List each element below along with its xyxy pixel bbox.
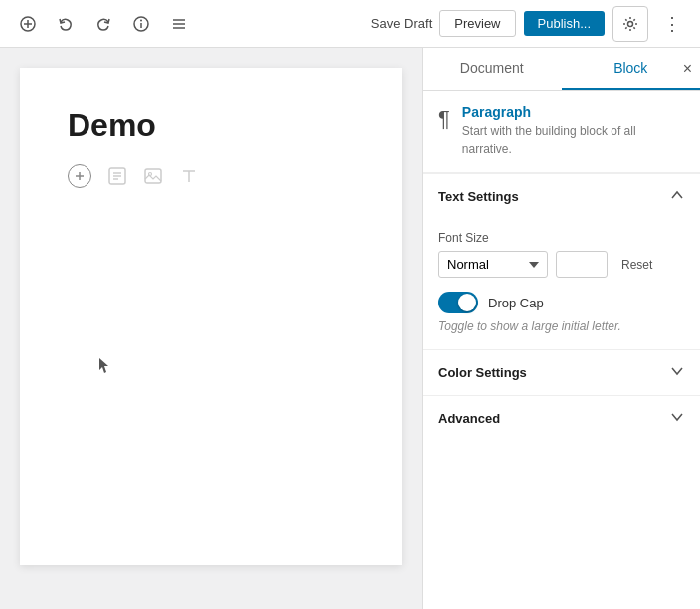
- advanced-label: Advanced: [438, 411, 500, 426]
- menu-button[interactable]: [163, 8, 195, 40]
- toolbar: Save Draft Preview Publish... ⋮: [0, 0, 700, 48]
- paragraph-toolbar-icon: [107, 166, 127, 186]
- redo-icon: [95, 16, 111, 32]
- drop-cap-label: Drop Cap: [488, 296, 544, 310]
- redo-button[interactable]: [88, 8, 119, 40]
- reset-font-size-button[interactable]: Reset: [615, 254, 658, 276]
- text-toolbar-icon: [179, 166, 199, 186]
- font-size-row: Small Normal Medium Large Larger Reset: [438, 251, 684, 278]
- advanced-section: Advanced: [423, 395, 700, 441]
- block-title: Paragraph: [462, 104, 684, 120]
- block-info-text: Paragraph Start with the building block …: [462, 104, 684, 158]
- tab-document[interactable]: Document: [423, 48, 562, 90]
- gear-icon: [622, 16, 638, 32]
- advanced-chevron: [670, 410, 684, 427]
- text-settings-section: Text Settings Font Size Small Normal Med…: [423, 173, 700, 349]
- preview-button[interactable]: Preview: [439, 10, 515, 37]
- plus-icon: [20, 16, 36, 32]
- toolbar-left: [12, 8, 195, 40]
- undo-icon: [58, 16, 74, 32]
- main-area: Demo: [0, 48, 700, 609]
- text-settings-label: Text Settings: [438, 189, 519, 204]
- text-settings-header[interactable]: Text Settings: [423, 173, 700, 219]
- paragraph-toolbar: [107, 166, 199, 186]
- editor-inner: Demo: [20, 68, 402, 565]
- info-button[interactable]: [125, 8, 157, 40]
- cursor-indicator: [97, 356, 111, 380]
- svg-point-9: [628, 21, 633, 26]
- cursor-icon: [97, 356, 111, 376]
- color-settings-section: Color Settings: [423, 349, 700, 395]
- image-toolbar-icon: [143, 166, 163, 186]
- more-options-button[interactable]: ⋮: [656, 8, 688, 40]
- editor: Demo: [0, 48, 422, 609]
- toggle-knob: [458, 294, 476, 311]
- save-draft-button[interactable]: Save Draft: [371, 16, 432, 31]
- advanced-header[interactable]: Advanced: [423, 395, 700, 441]
- settings-button[interactable]: [612, 6, 648, 42]
- undo-button[interactable]: [50, 8, 82, 40]
- sidebar: Document Block × ¶ Paragraph Start with …: [422, 48, 700, 609]
- color-settings-header[interactable]: Color Settings: [423, 349, 700, 395]
- toolbar-right: Save Draft Preview Publish... ⋮: [371, 6, 688, 42]
- font-size-select[interactable]: Small Normal Medium Large Larger: [438, 251, 548, 278]
- color-settings-label: Color Settings: [438, 365, 527, 380]
- paragraph-area: [68, 164, 354, 188]
- sidebar-content: ¶ Paragraph Start with the building bloc…: [423, 91, 700, 609]
- font-size-input[interactable]: [556, 251, 608, 278]
- drop-cap-row: Drop Cap: [438, 292, 684, 313]
- chevron-down-icon-2: [670, 410, 684, 424]
- font-size-label: Font Size: [438, 231, 684, 245]
- block-description: Start with the building block of all nar…: [462, 122, 684, 158]
- color-settings-chevron: [670, 364, 684, 381]
- sidebar-tabs: Document Block ×: [423, 48, 700, 91]
- paragraph-icon: ¶: [438, 106, 450, 132]
- sidebar-close-button[interactable]: ×: [683, 60, 692, 78]
- add-block-inline-button[interactable]: [68, 164, 91, 188]
- chevron-down-icon: [670, 364, 684, 378]
- block-info: ¶ Paragraph Start with the building bloc…: [423, 91, 700, 173]
- drop-cap-hint: Toggle to show a large initial letter.: [438, 319, 684, 333]
- editor-title[interactable]: Demo: [68, 107, 354, 144]
- text-settings-body: Font Size Small Normal Medium Large Larg…: [423, 219, 700, 349]
- plus-small-icon: [75, 171, 85, 181]
- svg-point-5: [140, 19, 142, 21]
- menu-icon: [171, 16, 187, 32]
- drop-cap-toggle[interactable]: [438, 292, 478, 313]
- add-block-toolbar-button[interactable]: [12, 8, 44, 40]
- info-icon: [133, 16, 149, 32]
- tab-block[interactable]: Block: [562, 48, 701, 90]
- chevron-up-icon: [670, 188, 684, 202]
- text-settings-chevron: [670, 188, 684, 205]
- publish-button[interactable]: Publish...: [524, 11, 605, 36]
